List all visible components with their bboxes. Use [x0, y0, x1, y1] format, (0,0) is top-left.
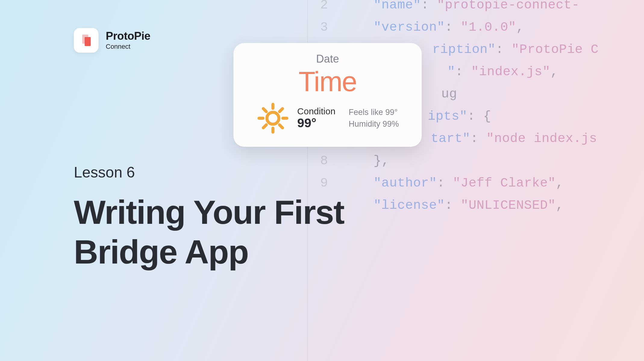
- humidity-text: Humidity 99%: [349, 118, 399, 130]
- weather-date-label: Date: [245, 53, 410, 65]
- svg-rect-1: [85, 37, 91, 46]
- logo-title: ProtoPie: [106, 30, 150, 42]
- weather-extra: Feels like 99° Humidity 99%: [349, 106, 399, 130]
- weather-details-row: Condition 99° Feels like 99° Humidity 99…: [245, 102, 410, 135]
- line-number: 2: [315, 0, 340, 12]
- code-key: "name": [374, 0, 421, 12]
- code-string: "protopie-connect-: [437, 0, 579, 12]
- svg-line-7: [263, 109, 266, 112]
- code-line: 2 "name": "protopie-connect-: [315, 0, 599, 20]
- svg-line-10: [263, 125, 266, 128]
- code-string: "node index.js: [486, 131, 597, 146]
- protopie-mark-icon: [79, 33, 94, 48]
- code-brace: },: [374, 153, 389, 168]
- line-number: 9: [315, 176, 340, 190]
- protopie-logo-block: ProtoPie Connect: [74, 28, 150, 53]
- code-key: "author": [374, 176, 437, 190]
- code-key: ipts": [428, 109, 467, 124]
- code-punct: ,: [550, 64, 558, 79]
- code-punct: ,: [556, 176, 564, 190]
- lesson-title: Writing Your First Bridge App: [74, 193, 344, 272]
- code-key: ription": [432, 42, 496, 57]
- title-line-1: Writing Your First: [74, 193, 344, 231]
- code-punct: :: [455, 64, 471, 79]
- condition-label: Condition: [297, 106, 336, 116]
- code-punct: :: [437, 176, 453, 190]
- code-key: ": [447, 64, 455, 79]
- code-line: 9 "author": "Jeff Clarke",: [315, 176, 599, 198]
- sun-icon: [256, 102, 289, 135]
- weather-condition: Condition 99°: [297, 106, 336, 130]
- code-punct: :: [445, 198, 461, 213]
- code-line: 3 "version": "1.0.0",: [315, 20, 599, 42]
- code-punct: ,: [516, 20, 524, 35]
- code-string: "index.js": [471, 64, 550, 79]
- code-punct: :: [467, 109, 483, 124]
- code-string: "1.0.0": [461, 20, 516, 35]
- protopie-logo-icon: [74, 28, 98, 53]
- title-line-2: Bridge App: [74, 233, 248, 271]
- code-line: 8 },: [315, 153, 599, 176]
- code-key: tart": [431, 131, 470, 146]
- weather-time-label: Time: [245, 66, 410, 97]
- code-fragment: ug: [441, 87, 457, 101]
- code-string: "Jeff Clarke": [453, 176, 556, 190]
- svg-line-9: [280, 109, 283, 112]
- line-number: 8: [315, 153, 340, 168]
- logo-text: ProtoPie Connect: [106, 30, 150, 51]
- code-key: "version": [374, 20, 445, 35]
- code-punct: ,: [556, 198, 564, 213]
- code-key: "license": [374, 198, 445, 213]
- logo-subtitle: Connect: [106, 43, 150, 51]
- code-line: "license": "UNLICENSED",: [315, 198, 599, 220]
- svg-line-8: [280, 125, 283, 128]
- code-string: "UNLICENSED": [461, 198, 556, 213]
- temperature-value: 99°: [297, 116, 336, 130]
- code-punct: :: [421, 0, 437, 12]
- svg-point-2: [267, 112, 279, 124]
- code-punct: :: [445, 20, 461, 35]
- weather-widget-card: Date Time Condition 99°: [233, 43, 422, 147]
- code-brace: {: [483, 109, 491, 124]
- lesson-number-label: Lesson 6: [74, 164, 135, 181]
- code-punct: :: [496, 42, 511, 57]
- line-number: 3: [315, 20, 340, 35]
- lesson-thumbnail: 2 "name": "protopie-connect- 3 "version"…: [0, 0, 644, 361]
- code-punct: :: [470, 131, 486, 146]
- code-string: "ProtoPie C: [511, 42, 599, 57]
- feels-like-text: Feels like 99°: [349, 106, 399, 118]
